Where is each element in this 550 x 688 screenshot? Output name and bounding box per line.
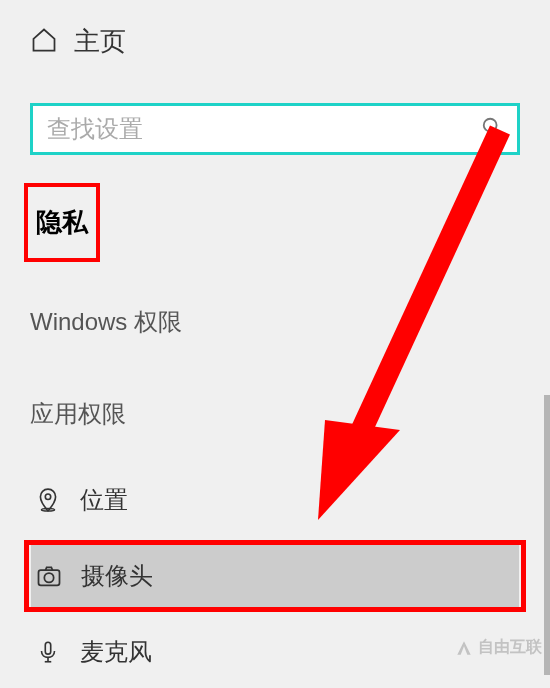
watermark: 自由互联 [454,637,542,658]
sidebar-item-camera[interactable]: 摄像头 [31,545,519,607]
svg-line-1 [495,130,500,135]
home-icon [30,26,58,58]
location-icon [34,486,62,514]
search-icon [481,116,503,142]
svg-rect-6 [45,642,50,654]
sidebar-item-location[interactable]: 位置 [30,470,520,530]
category-privacy[interactable]: 隐私 [34,191,90,254]
search-input[interactable] [47,115,481,143]
home-link[interactable]: 主页 [30,24,520,59]
scrollbar[interactable] [544,395,550,675]
sidebar-item-label: 摄像头 [81,560,153,592]
search-box[interactable] [30,103,520,155]
section-app-permissions: 应用权限 [30,398,520,430]
camera-icon [35,562,63,590]
svg-point-0 [484,119,497,132]
svg-point-2 [45,494,50,499]
microphone-icon [34,638,62,666]
highlight-camera: 摄像头 [24,540,526,612]
sidebar-item-label: 位置 [80,484,128,516]
sidebar-item-microphone[interactable]: 麦克风 [30,622,520,682]
home-label: 主页 [74,24,126,59]
sidebar-item-label: 麦克风 [80,636,152,668]
highlight-privacy: 隐私 [24,183,100,262]
section-windows-permissions: Windows 权限 [30,306,520,338]
svg-point-5 [44,573,53,582]
svg-marker-11 [457,641,470,654]
